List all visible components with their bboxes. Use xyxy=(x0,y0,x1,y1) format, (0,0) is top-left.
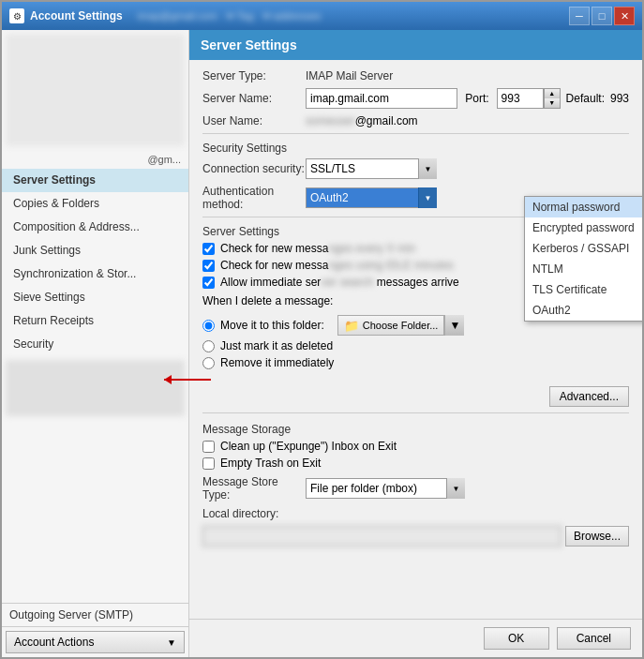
move-folder-row: Move it to this folder: 📁 Choose Folder.… xyxy=(202,315,464,336)
connection-security-row: Connection security: SSL/TLS ▼ xyxy=(202,158,629,179)
connection-security-select[interactable]: SSL/TLS xyxy=(306,158,437,179)
dropdown-item-oauth2[interactable]: OAuth2 xyxy=(525,300,642,321)
auth-method-dropdown: Normal password Encrypted password Kerbe… xyxy=(524,196,642,322)
bottom-bar: OK Cancel xyxy=(189,619,642,657)
main-body: Server Type: IMAP Mail Server Server Nam… xyxy=(189,60,642,619)
account-actions-label: Account Actions xyxy=(14,636,94,649)
just-mark-radio[interactable] xyxy=(202,340,215,352)
remove-immediately-label: Remove it immediately xyxy=(220,356,334,369)
dropdown-item-encrypted-password[interactable]: Encrypted password xyxy=(525,217,642,238)
check-new-messages-1-checkbox[interactable] xyxy=(202,243,215,255)
move-folder-radio[interactable] xyxy=(202,320,215,332)
check-new-messages-1-label: Check for new messanges every X min xyxy=(220,242,415,255)
allow-immediate-checkbox[interactable] xyxy=(202,277,215,289)
account-actions-button[interactable]: Account Actions ▼ xyxy=(6,631,185,653)
allow-immediate-label: Allow immediate server search messages a… xyxy=(220,276,459,289)
auth-method-wrapper: OAuth2 ▼ xyxy=(306,187,437,208)
dropdown-item-kerberos[interactable]: Kerberos / GSSAPI xyxy=(525,238,642,259)
just-mark-row: Just mark it as deleted xyxy=(202,339,464,352)
default-label: Default: xyxy=(566,92,605,105)
port-down-button[interactable]: ▼ xyxy=(545,98,560,108)
content-area: @gm... Server Settings Copies & Folders … xyxy=(2,30,642,657)
sidebar: @gm... Server Settings Copies & Folders … xyxy=(2,30,189,657)
cleanup-checkbox[interactable] xyxy=(202,441,215,453)
username-blurred: someuser xyxy=(306,114,355,127)
username-domain: @gmail.com xyxy=(355,114,418,127)
title-bar-controls: ─ □ ✕ xyxy=(569,7,635,25)
server-type-value: IMAP Mail Server xyxy=(306,69,393,82)
check-new-messages-2-checkbox[interactable] xyxy=(202,260,215,272)
check-new-messages-2-label: Check for new messanges using IDLE minut… xyxy=(220,259,454,272)
message-storage-title: Message Storage xyxy=(202,423,629,436)
dropdown-item-tls[interactable]: TLS Certificate xyxy=(525,279,642,300)
sidebar-item-security[interactable]: Security xyxy=(2,333,188,356)
choose-folder-button[interactable]: 📁 Choose Folder... xyxy=(337,315,445,336)
sidebar-item-return-receipts[interactable]: Return Receipts xyxy=(2,309,188,333)
account-settings-window: ⚙ Account Settings imap@gmail.com ✉ Tag … xyxy=(0,0,644,659)
outgoing-server-item[interactable]: Outgoing Server (SMTP) xyxy=(2,603,188,626)
message-store-type-wrapper: File per folder (mbox) ▼ xyxy=(306,478,465,499)
cleanup-label: Clean up ("Expunge") Inbox on Exit xyxy=(220,440,397,453)
remove-immediately-row: Remove it immediately xyxy=(202,356,464,369)
sidebar-item-sync[interactable]: Synchronization & Stor... xyxy=(2,262,188,286)
port-up-button[interactable]: ▲ xyxy=(545,89,560,98)
maximize-button[interactable]: □ xyxy=(592,7,612,25)
dropdown-item-ntlm[interactable]: NTLM xyxy=(525,259,642,279)
advanced-row: Advanced... xyxy=(202,382,629,407)
remove-immediately-radio[interactable] xyxy=(202,357,215,369)
local-directory-input-row: Browse... xyxy=(202,526,629,547)
cancel-button[interactable]: Cancel xyxy=(557,627,631,650)
security-settings-title: Security Settings xyxy=(202,142,629,155)
local-directory-row: Local directory: xyxy=(202,507,629,520)
empty-trash-checkbox[interactable] xyxy=(202,457,215,470)
panel-header: Server Settings xyxy=(189,30,642,60)
local-directory-input[interactable] xyxy=(202,526,562,547)
window-title: Account Settings xyxy=(30,9,123,22)
sidebar-item-copies-folders[interactable]: Copies & Folders xyxy=(2,192,188,216)
minimize-button[interactable]: ─ xyxy=(569,7,590,25)
sidebar-item-server-settings[interactable]: Server Settings xyxy=(2,169,188,192)
choose-folder-label: Choose Folder... xyxy=(363,320,439,331)
choose-folder-dropdown-icon[interactable]: ▼ xyxy=(444,315,464,336)
close-button[interactable]: ✕ xyxy=(614,7,635,25)
main-panel: Server Settings Server Type: IMAP Mail S… xyxy=(189,30,642,657)
empty-trash-label: Empty Trash on Exit xyxy=(220,457,321,470)
sidebar-item-composition[interactable]: Composition & Address... xyxy=(2,216,188,239)
account-actions-dropdown-icon: ▼ xyxy=(167,637,176,648)
sidebar-extra-blurred xyxy=(6,360,185,416)
port-label: Port: xyxy=(465,92,488,105)
message-store-type-label: Message Store Type: xyxy=(202,475,306,502)
just-mark-label: Just mark it as deleted xyxy=(220,339,333,352)
username-label: User Name: xyxy=(202,114,306,127)
window-icon: ⚙ xyxy=(9,8,24,23)
account-list-blurred xyxy=(6,34,185,146)
when-delete-label: When I delete a message: xyxy=(202,294,333,307)
message-store-type-select[interactable]: File per folder (mbox) xyxy=(306,478,465,499)
server-type-row: Server Type: IMAP Mail Server xyxy=(202,69,629,82)
sidebar-item-sieve[interactable]: Sieve Settings xyxy=(2,286,188,309)
port-input[interactable] xyxy=(497,88,544,109)
cleanup-row: Clean up ("Expunge") Inbox on Exit xyxy=(202,440,629,453)
default-value: 993 xyxy=(610,92,629,105)
sidebar-scroll: @gm... Server Settings Copies & Folders … xyxy=(2,30,188,603)
sidebar-nav: Server Settings Copies & Folders Composi… xyxy=(2,169,188,356)
title-bar-left: ⚙ Account Settings imap@gmail.com ✉ Tag … xyxy=(9,8,322,23)
server-name-input[interactable] xyxy=(306,88,457,109)
connection-security-label: Connection security: xyxy=(202,162,306,175)
port-spinner: ▲ ▼ xyxy=(544,88,561,109)
server-name-row: Server Name: Port: ▲ ▼ Default: 993 xyxy=(202,88,629,109)
advanced-button[interactable]: Advanced... xyxy=(549,386,629,407)
auth-method-label: Authentication method: xyxy=(202,185,306,211)
auth-method-select[interactable]: OAuth2 xyxy=(306,187,437,208)
choose-folder-btn-group: 📁 Choose Folder... ▼ xyxy=(337,315,465,336)
empty-trash-row: Empty Trash on Exit xyxy=(202,457,629,470)
username-row: User Name: someuser @gmail.com xyxy=(202,114,629,127)
sidebar-item-junk[interactable]: Junk Settings xyxy=(2,239,188,262)
browse-button[interactable]: Browse... xyxy=(565,526,629,547)
move-folder-label: Move it to this folder: xyxy=(220,319,324,332)
title-bar: ⚙ Account Settings imap@gmail.com ✉ Tag … xyxy=(2,2,642,30)
message-store-type-row: Message Store Type: File per folder (mbo… xyxy=(202,475,629,502)
dropdown-item-normal-password[interactable]: Normal password xyxy=(525,197,642,217)
server-type-label: Server Type: xyxy=(202,69,306,82)
ok-button[interactable]: OK xyxy=(484,627,549,650)
